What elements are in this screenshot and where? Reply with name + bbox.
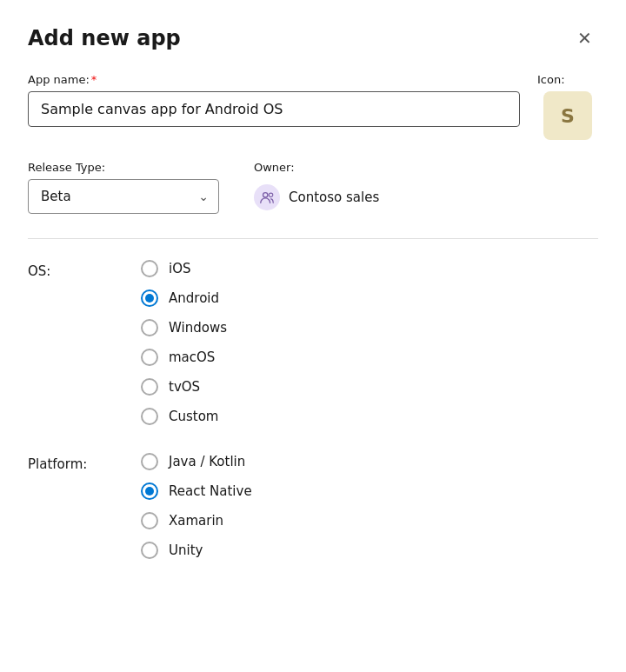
- name-icon-row: App name:* Icon: S: [28, 73, 598, 140]
- add-new-app-dialog: Add new app ✕ App name:* Icon: S Release…: [0, 0, 626, 672]
- release-type-select-wrapper: Alpha Beta Production ⌄: [28, 179, 219, 214]
- platform-label-xamarin: Xamarin: [169, 513, 223, 529]
- os-option-ios[interactable]: iOS: [141, 260, 227, 277]
- dialog-header: Add new app ✕: [28, 24, 598, 52]
- os-radio-dot-android: [145, 294, 154, 303]
- platform-label-java-kotlin: Java / Kotlin: [169, 454, 245, 469]
- os-radio-ios[interactable]: [141, 260, 158, 277]
- os-radio-group: iOS Android Windows macOS tvOS: [141, 260, 227, 425]
- os-option-windows[interactable]: Windows: [141, 319, 227, 336]
- svg-point-0: [263, 193, 268, 197]
- os-label-tvos: tvOS: [169, 379, 200, 395]
- release-type-select[interactable]: Alpha Beta Production: [28, 179, 219, 214]
- required-indicator: *: [91, 73, 97, 86]
- svg-point-1: [269, 193, 273, 197]
- os-label-windows: Windows: [169, 320, 227, 336]
- platform-radio-dot-react-native: [145, 487, 154, 496]
- os-radio-android[interactable]: [141, 289, 158, 307]
- owner-value: Contoso sales: [254, 179, 379, 210]
- os-radio-tvos[interactable]: [141, 378, 158, 396]
- section-divider: [28, 238, 598, 239]
- owner-field: Owner: Contoso sales: [254, 161, 379, 210]
- app-name-input[interactable]: [28, 91, 520, 127]
- os-radio-custom[interactable]: [141, 408, 158, 425]
- os-option-custom[interactable]: Custom: [141, 408, 227, 425]
- release-type-label: Release Type:: [28, 161, 219, 174]
- os-label-android: Android: [169, 290, 219, 306]
- platform-radio-xamarin[interactable]: [141, 512, 158, 529]
- close-button[interactable]: ✕: [570, 24, 598, 52]
- os-radio-macos[interactable]: [141, 349, 158, 366]
- os-label-custom: Custom: [169, 409, 218, 424]
- platform-radio-unity[interactable]: [141, 542, 158, 559]
- owner-label: Owner:: [254, 161, 379, 174]
- platform-option-unity[interactable]: Unity: [141, 542, 252, 559]
- os-section: OS: iOS Android Windows macOS: [28, 260, 598, 425]
- platform-label-react-native: React Native: [169, 483, 252, 499]
- os-radio-windows[interactable]: [141, 319, 158, 336]
- app-name-label: App name:*: [28, 73, 520, 86]
- people-icon: [259, 190, 275, 205]
- app-icon-avatar: S: [543, 91, 592, 140]
- os-option-tvos[interactable]: tvOS: [141, 378, 227, 396]
- release-type-field: Release Type: Alpha Beta Production ⌄: [28, 161, 219, 214]
- icon-section: Icon: S: [537, 73, 598, 140]
- icon-label: Icon:: [537, 73, 565, 86]
- os-option-android[interactable]: Android: [141, 289, 227, 307]
- owner-name: Contoso sales: [289, 190, 379, 205]
- os-label-ios: iOS: [169, 261, 191, 276]
- platform-radio-react-native[interactable]: [141, 482, 158, 500]
- release-owner-row: Release Type: Alpha Beta Production ⌄ Ow…: [28, 161, 598, 214]
- platform-label-unity: Unity: [169, 542, 203, 558]
- os-label-macos: macOS: [169, 349, 215, 365]
- platform-radio-group: Java / Kotlin React Native Xamarin Unity: [141, 453, 252, 559]
- platform-option-react-native[interactable]: React Native: [141, 482, 252, 500]
- platform-label: Platform:: [28, 453, 141, 559]
- platform-radio-java-kotlin[interactable]: [141, 453, 158, 470]
- platform-option-java-kotlin[interactable]: Java / Kotlin: [141, 453, 252, 470]
- os-option-macos[interactable]: macOS: [141, 349, 227, 366]
- platform-section: Platform: Java / Kotlin React Native Xam…: [28, 453, 598, 559]
- os-label: OS:: [28, 260, 141, 425]
- dialog-title: Add new app: [28, 26, 181, 50]
- platform-option-xamarin[interactable]: Xamarin: [141, 512, 252, 529]
- owner-icon: [254, 184, 280, 210]
- app-name-field: App name:*: [28, 73, 520, 127]
